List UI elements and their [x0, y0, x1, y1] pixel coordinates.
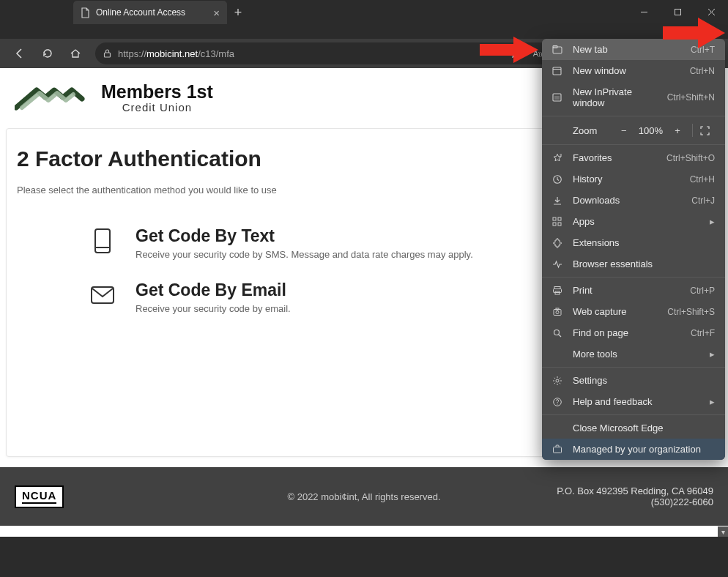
svg-marker-46 — [480, 37, 538, 63]
menu-print[interactable]: Print Ctrl+P — [542, 280, 725, 301]
menu-settings[interactable]: Settings — [542, 370, 725, 391]
svg-rect-32 — [558, 223, 561, 226]
svg-rect-36 — [554, 309, 561, 315]
back-button[interactable] — [7, 42, 32, 64]
zoom-in-button[interactable]: + — [670, 125, 685, 136]
menu-managed[interactable]: Managed by your organization — [542, 439, 725, 460]
zoom-out-button[interactable]: − — [617, 125, 631, 136]
logo-line1: Members 1st — [101, 81, 213, 103]
svg-rect-1 — [675, 9, 680, 15]
zoom-value: 100% — [639, 125, 663, 136]
svg-marker-45 — [663, 18, 725, 48]
page-footer: NCUA © 2022 mobi¢int, All rights reserve… — [0, 467, 728, 526]
refresh-button[interactable] — [35, 42, 60, 64]
menu-new-window[interactable]: New window Ctrl+N — [542, 60, 725, 81]
chevron-right-icon: ▸ — [710, 216, 715, 227]
gear-icon — [552, 376, 564, 386]
svg-rect-31 — [553, 223, 556, 226]
menu-zoom: Zoom − 100% + — [542, 119, 725, 142]
svg-rect-17 — [95, 229, 110, 253]
pulse-icon — [552, 259, 564, 269]
briefcase-icon — [552, 444, 564, 454]
menu-downloads[interactable]: Downloads Ctrl+J — [542, 190, 725, 211]
phone-icon — [90, 226, 115, 256]
svg-line-40 — [559, 335, 561, 337]
method-desc: Receive your security code by email. — [135, 303, 291, 314]
download-icon — [552, 196, 564, 206]
new-tab-icon — [552, 45, 564, 54]
apps-icon — [552, 217, 564, 226]
svg-point-43 — [557, 403, 557, 404]
extensions-icon — [552, 238, 564, 248]
menu-close-edge[interactable]: Close Microsoft Edge — [542, 417, 725, 439]
chevron-right-icon: ▸ — [710, 396, 715, 407]
svg-rect-29 — [553, 217, 556, 220]
svg-rect-22 — [553, 67, 561, 75]
copyright-text: © 2022 mobi¢int, All rights reserved. — [287, 491, 440, 502]
help-icon — [552, 397, 564, 407]
tab-close-icon[interactable]: × — [213, 7, 220, 19]
url-text: https://mobicint.net/c13/mfa — [118, 48, 234, 59]
history-icon — [552, 174, 564, 185]
annotation-arrow-left — [480, 37, 538, 63]
logo-mark-icon — [15, 83, 95, 112]
menu-extensions[interactable]: Extensions — [542, 232, 725, 253]
search-icon — [552, 328, 564, 338]
ncua-badge: NCUA — [15, 485, 64, 508]
svg-point-41 — [556, 379, 559, 382]
svg-rect-25 — [554, 96, 560, 100]
fullscreen-icon[interactable] — [700, 126, 715, 135]
svg-rect-30 — [558, 217, 561, 220]
method-title: Get Code By Text — [135, 226, 473, 246]
minimize-button[interactable] — [627, 0, 661, 23]
scroll-down-icon[interactable]: ▾ — [718, 526, 728, 537]
inprivate-icon — [552, 93, 564, 102]
menu-web-capture[interactable]: Web capture Ctrl+Shift+S — [542, 301, 725, 322]
menu-find[interactable]: Find on page Ctrl+F — [542, 322, 725, 343]
menu-favorites[interactable]: Favorites Ctrl+Shift+O — [542, 147, 725, 168]
method-desc: Receive your security code by SMS. Messa… — [135, 249, 473, 260]
new-tab-button[interactable]: + — [227, 5, 249, 21]
capture-icon — [552, 307, 564, 317]
method-title: Get Code By Email — [135, 280, 291, 300]
browser-more-menu: New tab Ctrl+T New window Ctrl+N New InP… — [542, 39, 725, 460]
tab-title: Online Account Access — [96, 7, 185, 18]
svg-rect-4 — [105, 53, 111, 57]
window-icon — [552, 67, 564, 75]
menu-more-tools[interactable]: More tools ▸ — [542, 343, 725, 365]
logo-line2: Credit Union — [101, 101, 213, 113]
svg-point-37 — [556, 310, 559, 313]
svg-rect-34 — [554, 288, 562, 292]
chevron-right-icon: ▸ — [710, 349, 715, 360]
svg-point-39 — [554, 330, 560, 335]
envelope-icon — [90, 280, 115, 310]
svg-rect-44 — [554, 447, 562, 453]
menu-inprivate[interactable]: New InPrivate window Ctrl+Shift+N — [542, 81, 725, 113]
menu-apps[interactable]: Apps ▸ — [542, 211, 725, 232]
print-icon — [552, 286, 564, 296]
footer-address: P.O. Box 492395 Redding, CA 96049 (530)2… — [557, 485, 713, 507]
document-icon — [81, 7, 90, 18]
home-button[interactable] — [63, 42, 88, 64]
annotation-arrow-right — [663, 18, 725, 48]
svg-rect-19 — [92, 287, 114, 303]
menu-help[interactable]: Help and feedback ▸ — [542, 391, 725, 412]
lock-icon — [103, 48, 112, 59]
menu-essentials[interactable]: Browser essentials — [542, 253, 725, 275]
star-icon — [552, 153, 564, 163]
menu-history[interactable]: History Ctrl+H — [542, 168, 725, 190]
browser-titlebar: Online Account Access × + — [0, 0, 728, 39]
browser-tab[interactable]: Online Account Access × — [73, 1, 227, 24]
